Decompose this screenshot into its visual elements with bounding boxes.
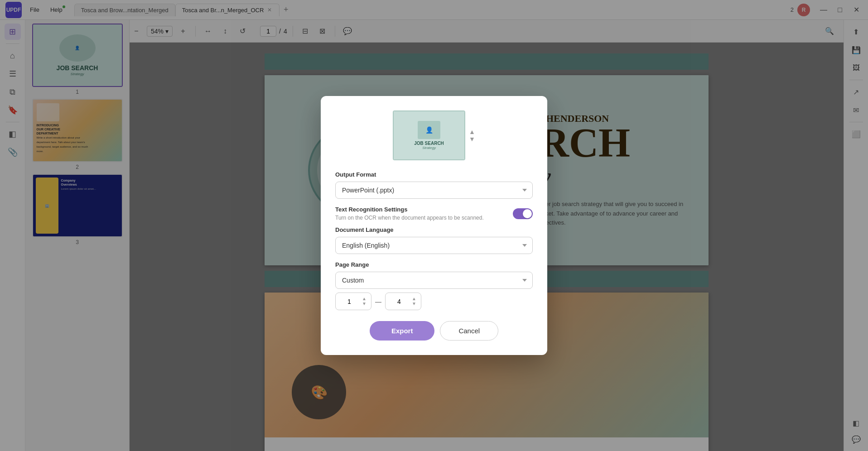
export-button[interactable]: Export bbox=[370, 321, 435, 341]
page-range-label: Page Range bbox=[335, 261, 533, 268]
text-recognition-title: Text Recognition Settings bbox=[335, 206, 484, 213]
preview-arrow-up[interactable]: ▲ bbox=[469, 128, 475, 135]
page-from-input-wrapper: ▲ ▼ bbox=[335, 293, 371, 310]
preview-title: JOB SEARCH bbox=[414, 141, 444, 146]
text-recognition-toggle[interactable] bbox=[513, 208, 533, 219]
modal-buttons: Export Cancel bbox=[335, 321, 533, 341]
page-to-up-button[interactable]: ▲ bbox=[412, 297, 416, 301]
page-to-down-button[interactable]: ▼ bbox=[412, 302, 416, 306]
page-range-row: ▲ ▼ — ▲ ▼ bbox=[335, 293, 533, 310]
cancel-button[interactable]: Cancel bbox=[440, 321, 498, 341]
page-range-select[interactable]: Custom All Pages Odd Pages Even Pages bbox=[335, 272, 533, 289]
page-from-input[interactable] bbox=[340, 298, 358, 305]
page-range-dash: — bbox=[375, 298, 381, 305]
preview-arrow-down[interactable]: ▼ bbox=[469, 135, 475, 143]
preview-arrows: ▲ ▼ bbox=[469, 128, 475, 143]
modal-preview-box: 👤 JOB SEARCH Strategy bbox=[393, 110, 465, 160]
output-format-label: Output Format bbox=[335, 171, 533, 178]
modal-overlay: 👤 JOB SEARCH Strategy ▲ ▼ Output Format … bbox=[0, 0, 868, 451]
document-language-label: Document Language bbox=[335, 226, 533, 233]
text-recognition-desc: Turn on the OCR when the document appear… bbox=[335, 215, 484, 221]
page-to-input-wrapper: ▲ ▼ bbox=[385, 293, 421, 310]
page-to-spinners: ▲ ▼ bbox=[412, 297, 416, 306]
page-from-up-button[interactable]: ▲ bbox=[362, 297, 366, 301]
text-recognition-left: Text Recognition Settings Turn on the OC… bbox=[335, 206, 484, 221]
export-modal: 👤 JOB SEARCH Strategy ▲ ▼ Output Format … bbox=[321, 96, 547, 355]
document-language-select[interactable]: English (English) French (Français) Germ… bbox=[335, 237, 533, 254]
text-recognition-row: Text Recognition Settings Turn on the OC… bbox=[335, 206, 533, 221]
output-format-select[interactable]: PowerPoint (.pptx) Word (.docx) PDF (.pd… bbox=[335, 182, 533, 199]
page-from-down-button[interactable]: ▼ bbox=[362, 302, 366, 306]
page-from-spinners: ▲ ▼ bbox=[362, 297, 366, 306]
toggle-knob bbox=[523, 209, 532, 218]
modal-preview: 👤 JOB SEARCH Strategy ▲ ▼ bbox=[335, 110, 533, 160]
preview-subtitle: Strategy bbox=[422, 146, 436, 150]
page-to-input[interactable] bbox=[390, 298, 408, 305]
